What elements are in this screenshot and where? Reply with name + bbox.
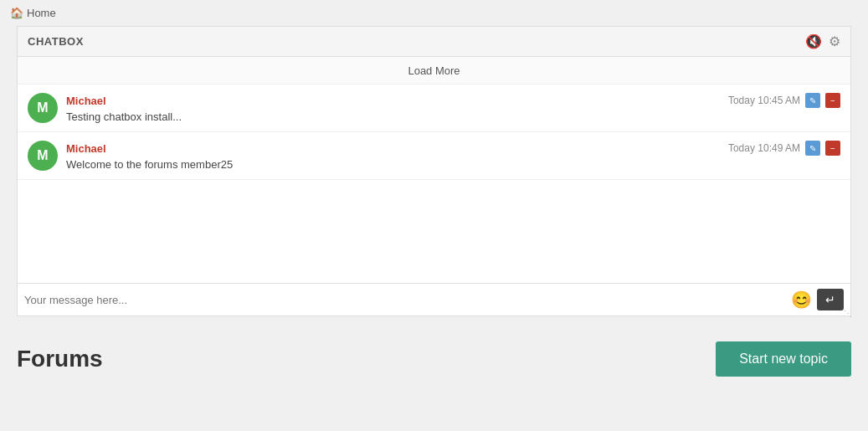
message-text: Testing chatbox install... xyxy=(66,110,840,123)
breadcrumb: 🏠 Home xyxy=(0,0,868,26)
message-time: Today 10:49 AM xyxy=(728,142,800,154)
chatbox-header: CHATBOX 🔇 ⚙ xyxy=(18,27,850,57)
message-author[interactable]: Michael xyxy=(66,142,106,155)
chatbox-title: CHATBOX xyxy=(28,35,84,48)
message-right: Today 10:45 AM ✎ − xyxy=(728,93,840,108)
message-meta: Michael Today 10:49 AM ✎ − xyxy=(66,141,840,156)
sound-icon[interactable]: 🔇 xyxy=(805,33,822,49)
page-content: CHATBOX 🔇 ⚙ Load More M Michael Today 10… xyxy=(0,26,868,402)
settings-icon[interactable]: ⚙ xyxy=(829,33,840,49)
home-link[interactable]: Home xyxy=(27,7,56,19)
message-author[interactable]: Michael xyxy=(66,95,106,107)
forums-section: Forums Start new topic xyxy=(17,333,851,385)
table-row: M Michael Today 10:49 AM ✎ − Welcome to … xyxy=(18,132,850,180)
message-content: Michael Today 10:45 AM ✎ − Testing chatb… xyxy=(66,93,840,123)
avatar: M xyxy=(28,93,58,123)
message-time: Today 10:45 AM xyxy=(728,95,800,106)
emoji-button[interactable]: 😊 xyxy=(791,290,812,310)
message-meta: Michael Today 10:45 AM ✎ − xyxy=(66,93,840,108)
chatbox-messages[interactable]: Load More M Michael Today 10:45 AM ✎ − T… xyxy=(18,57,850,283)
edit-message-button[interactable]: ✎ xyxy=(805,93,820,108)
message-text: Welcome to the forums member25 xyxy=(66,158,840,171)
message-content: Michael Today 10:49 AM ✎ − Welcome to th… xyxy=(66,141,840,171)
forums-title: Forums xyxy=(17,346,103,372)
load-more-bar: Load More xyxy=(18,57,850,85)
table-row: M Michael Today 10:45 AM ✎ − Testing cha… xyxy=(18,85,850,132)
resize-handle[interactable]: ⋱ xyxy=(844,309,850,316)
load-more-link[interactable]: Load More xyxy=(408,64,460,77)
avatar: M xyxy=(28,141,58,171)
chatbox-header-icons: 🔇 ⚙ xyxy=(805,33,840,49)
home-icon: 🏠 xyxy=(10,7,23,19)
edit-message-button[interactable]: ✎ xyxy=(805,141,820,156)
send-message-button[interactable]: ↵ xyxy=(817,289,844,310)
start-new-topic-button[interactable]: Start new topic xyxy=(716,341,851,377)
chatbox-container: CHATBOX 🔇 ⚙ Load More M Michael Today 10… xyxy=(17,26,851,316)
message-right: Today 10:49 AM ✎ − xyxy=(728,141,840,156)
delete-message-button[interactable]: − xyxy=(825,141,840,156)
delete-message-button[interactable]: − xyxy=(825,93,840,108)
message-input[interactable] xyxy=(24,294,791,306)
chatbox-input-area: 😊 ↵ ⋱ xyxy=(18,283,850,316)
